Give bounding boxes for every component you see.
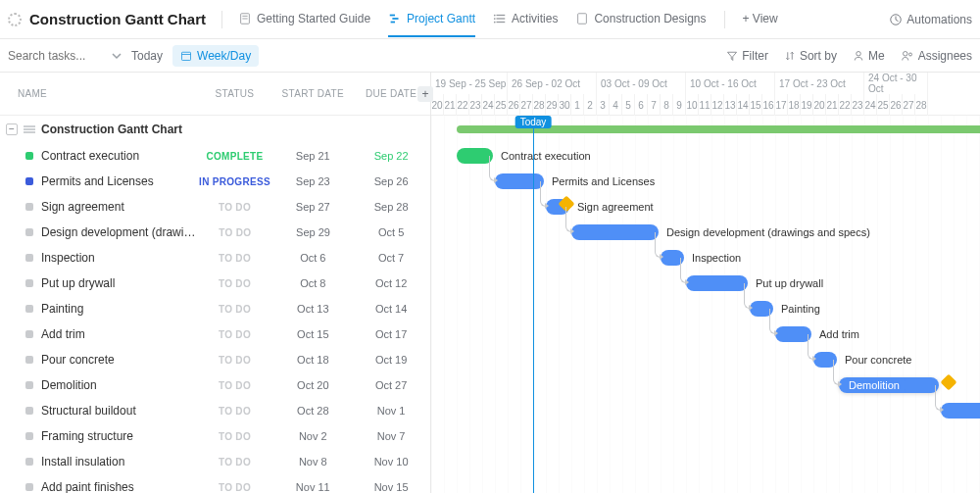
start-date-cell[interactable]: Nov 11 — [273, 481, 352, 493]
chevron-down-icon[interactable] — [112, 51, 122, 61]
status-cell[interactable]: TO DO — [196, 355, 274, 366]
gantt-bar[interactable]: Design development (drawings and specs) — [571, 224, 659, 240]
milestone-icon[interactable] — [941, 374, 957, 391]
due-date-cell[interactable]: Oct 17 — [352, 328, 430, 340]
due-date-cell[interactable]: Oct 19 — [352, 354, 430, 366]
start-date-cell[interactable]: Oct 13 — [273, 303, 352, 315]
table-row[interactable]: Design development (drawings and specs)T… — [0, 220, 430, 245]
due-date-cell[interactable]: Oct 7 — [352, 252, 430, 264]
table-row[interactable]: Framing structureTO DONov 2Nov 7 — [0, 423, 430, 449]
zoom-toggle[interactable]: Week/Day — [172, 45, 259, 67]
task-name-cell[interactable]: Painting — [0, 302, 196, 316]
due-date-cell[interactable]: Oct 5 — [352, 226, 430, 238]
start-date-cell[interactable]: Oct 6 — [273, 252, 352, 264]
start-date-cell[interactable]: Nov 8 — [273, 456, 352, 468]
table-row[interactable]: Sign agreementTO DOSep 27Sep 28 — [0, 194, 430, 220]
gantt-bar[interactable]: Permits and Licenses — [495, 173, 544, 189]
search-box[interactable] — [8, 49, 122, 63]
automations-button[interactable]: Automations — [889, 13, 972, 26]
gantt-bar[interactable]: Contract execution — [457, 148, 493, 164]
task-name-cell[interactable]: Add paint finishes — [0, 480, 196, 493]
gantt-bar[interactable]: Add trim — [775, 326, 811, 342]
sort-button[interactable]: Sort by — [784, 49, 837, 63]
task-name-cell[interactable]: Demolition — [0, 378, 196, 392]
col-header-start[interactable]: Start Date — [273, 88, 352, 99]
status-cell[interactable]: TO DO — [196, 457, 274, 468]
due-date-cell[interactable]: Nov 7 — [352, 430, 430, 442]
due-date-cell[interactable]: Sep 22 — [352, 150, 430, 162]
tab-project-gantt[interactable]: Project Gantt — [388, 2, 475, 37]
status-cell[interactable]: COMPLETE — [196, 151, 274, 162]
table-row[interactable]: DemolitionTO DOOct 20Oct 27 — [0, 372, 430, 398]
status-cell[interactable]: TO DO — [196, 431, 274, 442]
tab-construction-designs[interactable]: Construction Designs — [575, 2, 706, 37]
start-date-cell[interactable]: Sep 27 — [273, 201, 352, 213]
gantt-bar[interactable]: Put up drywall — [686, 275, 748, 291]
due-date-cell[interactable]: Sep 26 — [352, 175, 430, 187]
gantt-timeline[interactable]: 19 Sep - 25 Sep26 Sep - 02 Oct03 Oct - 0… — [431, 73, 980, 493]
table-row[interactable]: Install insulationTO DONov 8Nov 10 — [0, 449, 430, 474]
task-name-cell[interactable]: Inspection — [0, 251, 196, 265]
due-date-cell[interactable]: Oct 14 — [352, 303, 430, 315]
start-date-cell[interactable]: Sep 29 — [274, 226, 353, 238]
table-row[interactable]: Add trimTO DOOct 15Oct 17 — [0, 321, 430, 347]
table-row[interactable]: Structural buildoutTO DOOct 28Nov 1 — [0, 398, 430, 423]
status-cell[interactable]: TO DO — [196, 278, 274, 289]
due-date-cell[interactable]: Nov 15 — [352, 481, 430, 493]
task-name-cell[interactable]: Sign agreement — [0, 200, 196, 214]
task-name-cell[interactable]: Structural buildout — [0, 404, 196, 418]
status-cell[interactable]: TO DO — [196, 482, 274, 493]
task-name-cell[interactable]: Design development (drawings and specs) — [0, 225, 196, 239]
start-date-cell[interactable]: Oct 20 — [273, 379, 352, 391]
table-row[interactable]: PaintingTO DOOct 13Oct 14 — [0, 296, 430, 321]
due-date-cell[interactable]: Nov 10 — [352, 456, 430, 468]
task-name-cell[interactable]: Put up drywall — [0, 276, 196, 290]
gantt-bar[interactable]: Pour concrete — [813, 352, 837, 368]
col-header-status[interactable]: Status — [196, 88, 274, 99]
due-date-cell[interactable]: Nov 1 — [352, 405, 430, 417]
search-input[interactable] — [8, 49, 106, 63]
filter-button[interactable]: Filter — [726, 49, 768, 63]
status-cell[interactable]: TO DO — [196, 406, 274, 417]
task-name-cell[interactable]: Install insulation — [0, 455, 196, 468]
table-row[interactable]: Put up drywallTO DOOct 8Oct 12 — [0, 271, 430, 296]
gantt-bar[interactable]: Inspection — [661, 250, 684, 266]
start-date-cell[interactable]: Nov 2 — [273, 430, 352, 442]
col-header-name[interactable]: NAME — [0, 88, 196, 99]
due-date-cell[interactable]: Sep 28 — [352, 201, 430, 213]
status-cell[interactable]: TO DO — [196, 304, 274, 315]
start-date-cell[interactable]: Oct 28 — [273, 405, 352, 417]
task-name-cell[interactable]: Contract execution — [0, 149, 196, 163]
table-row[interactable]: Contract executionCOMPLETESep 21Sep 22 — [0, 143, 430, 169]
status-cell[interactable]: TO DO — [196, 202, 274, 213]
gantt-bar[interactable]: Structural buildout — [941, 403, 980, 419]
table-row[interactable]: Permits and LicensesIN PROGRESSSep 23Sep… — [0, 169, 430, 194]
task-name-cell[interactable]: Framing structure — [0, 429, 196, 443]
start-date-cell[interactable]: Oct 18 — [273, 354, 352, 366]
task-name-cell[interactable]: Permits and Licenses — [0, 174, 196, 188]
table-row[interactable]: Pour concreteTO DOOct 18Oct 19 — [0, 347, 430, 372]
start-date-cell[interactable]: Oct 15 — [273, 328, 352, 340]
status-cell[interactable]: TO DO — [196, 329, 274, 340]
add-view-button[interactable]: + View — [743, 2, 778, 37]
tab-activities[interactable]: Activities — [493, 2, 558, 37]
gantt-bar[interactable]: Painting — [750, 301, 773, 317]
table-row[interactable]: InspectionTO DOOct 6Oct 7 — [0, 245, 430, 271]
status-cell[interactable]: TO DO — [196, 227, 274, 238]
tab-getting-started[interactable]: Getting Started Guide — [238, 2, 370, 37]
gantt-bar[interactable]: Demolition — [839, 377, 939, 393]
me-filter[interactable]: Me — [853, 49, 885, 63]
start-date-cell[interactable]: Oct 8 — [273, 277, 352, 289]
collapse-toggle[interactable]: − — [6, 123, 18, 135]
start-date-cell[interactable]: Sep 21 — [273, 150, 352, 162]
today-button[interactable]: Today — [131, 49, 163, 63]
group-row[interactable]: − Construction Gantt Chart — [0, 116, 430, 143]
due-date-cell[interactable]: Oct 12 — [352, 277, 430, 289]
task-name-cell[interactable]: Pour concrete — [0, 353, 196, 367]
status-cell[interactable]: IN PROGRESS — [196, 176, 274, 187]
due-date-cell[interactable]: Oct 27 — [352, 379, 430, 391]
start-date-cell[interactable]: Sep 23 — [273, 175, 352, 187]
status-cell[interactable]: TO DO — [196, 253, 274, 264]
table-row[interactable]: Add paint finishesTO DONov 11Nov 15 — [0, 474, 430, 493]
status-cell[interactable]: TO DO — [196, 380, 274, 391]
